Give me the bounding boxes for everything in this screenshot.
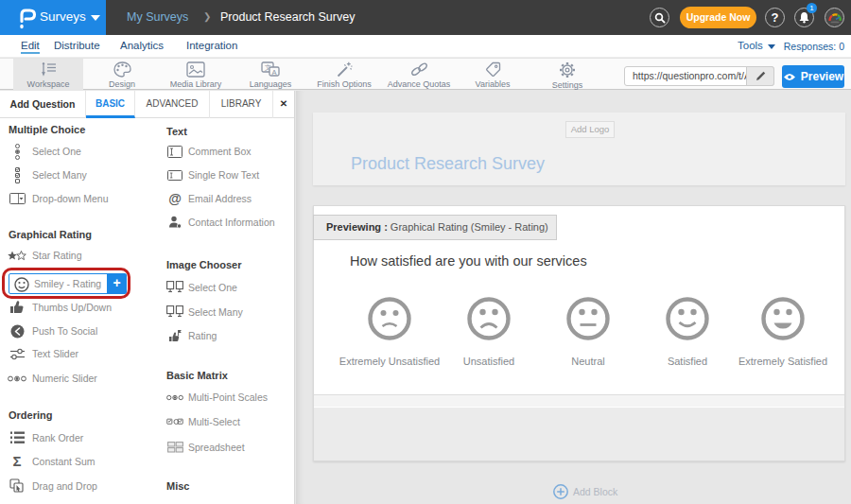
svg-text:A: A	[272, 68, 277, 77]
